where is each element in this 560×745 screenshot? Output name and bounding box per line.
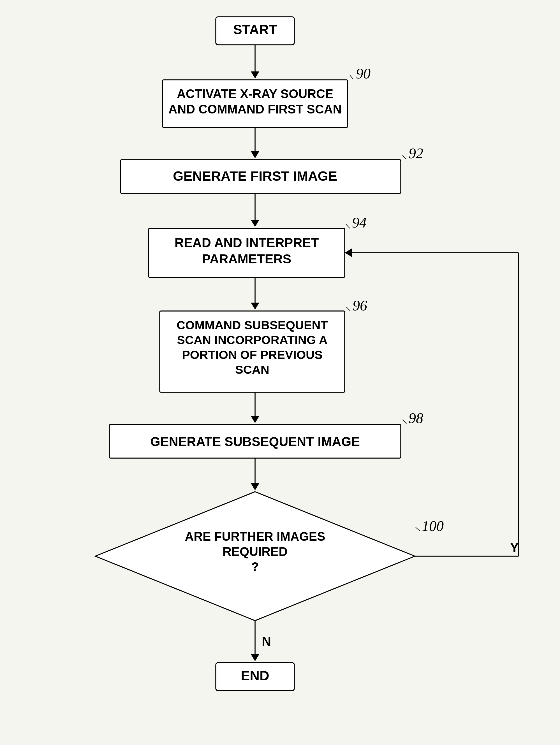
command-subsequent-label2: SCAN INCORPORATING A <box>177 333 328 347</box>
command-subsequent-label4: SCAN <box>235 363 269 376</box>
ref-98: 98 <box>409 410 423 426</box>
command-subsequent-label1: COMMAND SUBSEQUENT <box>177 318 328 332</box>
ref-96: 96 <box>352 297 367 314</box>
generate-first-image-label: GENERATE FIRST IMAGE <box>173 169 337 184</box>
activate-xray-label: ACTIVATE X-RAY SOURCE <box>177 87 333 101</box>
y-label: Y <box>510 540 519 555</box>
decision-label2: REQUIRED <box>222 545 287 558</box>
flowchart-container: START ACTIVATE X-RAY SOURCE AND COMMAND … <box>0 0 560 745</box>
read-interpret-label1: READ AND INTERPRET <box>175 235 319 250</box>
start-label: START <box>233 22 277 37</box>
generate-subsequent-label: GENERATE SUBSEQUENT IMAGE <box>150 434 360 449</box>
decision-label3: ? <box>251 560 259 574</box>
command-subsequent-label3: PORTION OF PREVIOUS <box>182 348 322 361</box>
decision-label1: ARE FURTHER IMAGES <box>185 529 325 543</box>
ref-100: 100 <box>422 518 444 534</box>
read-interpret-label2: PARAMETERS <box>202 252 291 266</box>
end-label: END <box>241 668 269 683</box>
ref-94: 94 <box>352 215 367 231</box>
n-label: N <box>262 634 271 649</box>
ref-92: 92 <box>409 145 423 161</box>
activate-xray-label2: AND COMMAND FIRST SCAN <box>168 102 342 116</box>
ref-90: 90 <box>356 66 371 82</box>
